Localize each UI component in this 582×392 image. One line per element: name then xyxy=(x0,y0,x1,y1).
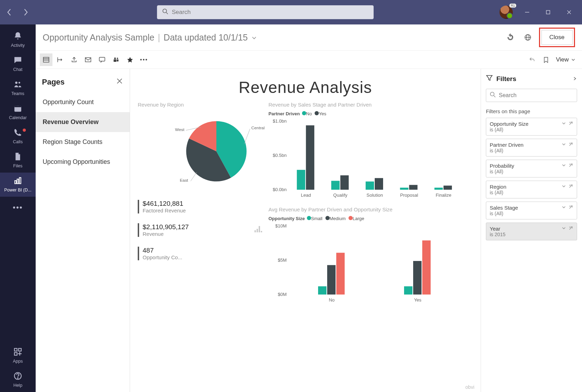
share-button[interactable] xyxy=(68,53,80,66)
svg-point-28 xyxy=(117,58,118,59)
metric-card[interactable]: 487Opportunity Co... xyxy=(138,242,264,265)
search-input[interactable] xyxy=(172,9,368,16)
svg-text:Proposal: Proposal xyxy=(400,193,418,198)
svg-point-17 xyxy=(17,378,18,378)
filters-expand-button[interactable] xyxy=(572,75,577,83)
nav-back-button[interactable] xyxy=(4,7,14,17)
nav-forward-button[interactable] xyxy=(21,7,31,17)
refresh-button[interactable] xyxy=(504,31,517,44)
rail-label: Teams xyxy=(0,91,36,96)
close-button[interactable]: Close xyxy=(541,30,573,45)
page-item[interactable]: Region Stage Counts xyxy=(36,132,130,152)
svg-rect-50 xyxy=(366,181,374,190)
favorite-button[interactable] xyxy=(124,53,136,66)
rail-help[interactable]: Help xyxy=(0,368,36,392)
page-item[interactable]: Opportunity Count xyxy=(36,92,130,112)
notification-dot xyxy=(23,129,26,132)
bookmark-button[interactable] xyxy=(540,53,552,66)
svg-rect-39 xyxy=(259,226,260,232)
window-maximize-button[interactable] xyxy=(541,6,555,19)
window-close-button[interactable] xyxy=(562,6,576,19)
rail-more[interactable]: ••• xyxy=(0,197,36,218)
rail-teams[interactable]: Teams xyxy=(0,76,36,100)
more-options-button[interactable]: ••• xyxy=(138,53,150,66)
watermark: obvi xyxy=(465,384,474,390)
filter-icon xyxy=(486,74,493,83)
web-button[interactable] xyxy=(522,31,534,44)
rail-label: Activity xyxy=(0,43,36,48)
svg-rect-57 xyxy=(444,186,452,190)
avatar-badge: R1 xyxy=(509,3,516,8)
svg-text:Central: Central xyxy=(251,125,265,130)
view-menu[interactable]: View xyxy=(554,55,578,65)
files-icon xyxy=(13,152,22,162)
bar1-title: Revenue by Sales Stage and Partner Drive… xyxy=(268,102,473,108)
metric-card[interactable]: $461,120,881Factored Revenue xyxy=(138,195,264,218)
pie-chart[interactable]: CentralEastWest xyxy=(164,111,237,184)
svg-rect-15 xyxy=(14,353,17,355)
page-item[interactable]: Revenue Overview xyxy=(36,112,130,132)
chevron-down-icon xyxy=(251,32,257,43)
report-toolbar: ••• View xyxy=(36,51,582,69)
filter-card[interactable]: Opportunity Sizeis (All) xyxy=(486,118,577,136)
legend-title: Partner Driven xyxy=(268,111,300,116)
bar-chart-1[interactable]: $0.0bn$0.5bn$1.0bnLeadQualifySolutionPro… xyxy=(268,118,473,199)
apps-icon xyxy=(13,347,22,358)
filter-card[interactable]: Yearis 2015 xyxy=(486,223,577,240)
pie-title: Revenue by Region xyxy=(138,102,264,108)
svg-rect-48 xyxy=(340,175,349,190)
svg-text:Solution: Solution xyxy=(367,193,383,198)
phone-icon xyxy=(13,128,22,138)
avatar[interactable]: R1 xyxy=(500,6,513,19)
svg-rect-21 xyxy=(43,57,49,62)
report-subtitle: Data updated 10/1/15 xyxy=(164,32,247,43)
svg-rect-56 xyxy=(434,188,443,190)
bar-chart-2[interactable]: $0M$5M$10MNoYes xyxy=(268,223,473,304)
svg-line-1 xyxy=(166,13,168,14)
svg-text:Finalize: Finalize xyxy=(436,193,451,198)
page-title: Revenue Analysis xyxy=(138,78,473,97)
chat-icon xyxy=(13,56,22,66)
report-title-group[interactable]: Opportunity Analysis Sample | Data updat… xyxy=(43,32,257,43)
svg-point-4 xyxy=(15,81,17,84)
window-minimize-button[interactable] xyxy=(520,6,534,19)
svg-rect-44 xyxy=(297,170,305,190)
teams-share-button[interactable] xyxy=(110,53,122,66)
rail-powerbi[interactable]: Power BI (D... xyxy=(0,173,36,197)
pages-pane-toggle[interactable] xyxy=(40,53,52,66)
page-item[interactable]: Upcoming Opportunities xyxy=(36,152,130,172)
rail-label: Apps xyxy=(0,359,36,364)
rail-calendar[interactable]: Calendar xyxy=(0,100,36,124)
filter-search[interactable] xyxy=(486,89,577,102)
undo-button[interactable] xyxy=(526,53,538,66)
svg-rect-66 xyxy=(404,286,412,295)
filter-card[interactable]: Regionis (All) xyxy=(486,181,577,198)
svg-line-31 xyxy=(244,129,250,144)
rail-label: Power BI (D... xyxy=(0,188,36,193)
view-label: View xyxy=(556,56,569,63)
filters-heading: Filters xyxy=(496,75,516,83)
comment-button[interactable] xyxy=(96,53,108,66)
bar2-title: Avg Revenue by Partner Driven and Opport… xyxy=(268,206,473,212)
rail-chat[interactable]: Chat xyxy=(0,52,36,76)
export-button[interactable] xyxy=(54,53,66,66)
filter-search-input[interactable] xyxy=(499,92,573,99)
subscribe-button[interactable] xyxy=(82,53,94,66)
svg-line-71 xyxy=(494,96,496,97)
report-title: Opportunity Analysis Sample xyxy=(43,32,155,43)
filter-card[interactable]: Partner Drivenis (All) xyxy=(486,139,577,157)
rail-label: Calls xyxy=(0,139,36,144)
rail-files[interactable]: Files xyxy=(0,148,36,173)
metric-card[interactable]: $2,110,905,127Revenue xyxy=(138,218,264,242)
filter-card[interactable]: Sales Stageis (All) xyxy=(486,202,577,219)
svg-rect-13 xyxy=(14,348,17,351)
rail-activity[interactable]: Activity xyxy=(0,28,36,52)
rail-apps[interactable]: Apps xyxy=(0,344,36,368)
svg-point-27 xyxy=(114,57,116,59)
pages-close-button[interactable] xyxy=(116,77,123,87)
global-search[interactable] xyxy=(157,5,374,19)
help-icon xyxy=(13,371,22,382)
filter-card[interactable]: Probabilityis (All) xyxy=(486,160,577,177)
search-icon xyxy=(490,92,496,99)
rail-calls[interactable]: Calls xyxy=(0,124,36,148)
